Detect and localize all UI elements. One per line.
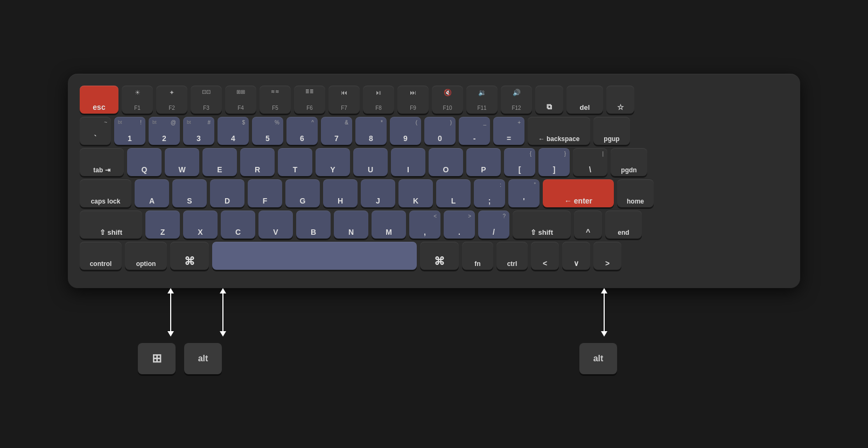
caps-row: caps lock A S D F G H J <box>80 179 788 207</box>
key-down[interactable]: ∨ <box>562 242 590 270</box>
key-left[interactable]: < <box>531 242 559 270</box>
key-backspace[interactable]: ← backspace <box>528 117 590 145</box>
key-p[interactable]: P <box>466 148 501 176</box>
key-j[interactable]: J <box>361 179 395 207</box>
key-5[interactable]: % 5 <box>252 117 283 145</box>
key-space[interactable] <box>212 242 417 270</box>
key-d[interactable]: D <box>210 179 244 207</box>
key-semicolon[interactable]: : ; <box>474 179 505 207</box>
key-9[interactable]: ( 9 <box>390 117 421 145</box>
key-m[interactable]: M <box>372 211 406 239</box>
key-equals[interactable]: + = <box>493 117 524 145</box>
annotation-key-alt-right: alt <box>579 343 617 374</box>
key-f7[interactable]: ⏮ F7 <box>328 86 360 114</box>
key-shift-left[interactable]: ⇧ shift <box>80 211 142 239</box>
key-f9[interactable]: ⏭ F9 <box>397 86 429 114</box>
key-caps[interactable]: caps lock <box>80 179 131 207</box>
key-7[interactable]: & 7 <box>321 117 352 145</box>
key-u[interactable]: U <box>353 148 388 176</box>
key-enter[interactable]: ← enter <box>543 179 614 207</box>
key-right[interactable]: > <box>593 242 621 270</box>
key-brightness[interactable]: ☆ <box>606 86 634 114</box>
key-e[interactable]: E <box>202 148 237 176</box>
key-shift-right[interactable]: ⇧ shift <box>513 211 571 239</box>
key-v[interactable]: V <box>258 211 293 239</box>
annotation-arrow-cmd-alt <box>220 288 226 337</box>
key-lbracket[interactable]: { [ <box>504 148 535 176</box>
key-cmd-right[interactable]: ⌘ <box>420 242 459 270</box>
key-a[interactable]: A <box>135 179 169 207</box>
key-fn[interactable]: fn <box>462 242 493 270</box>
annotations-area: ⊞ alt alt <box>68 288 800 374</box>
key-home[interactable]: home <box>617 179 654 207</box>
num-row: ~ ` bt ! 1 bt @ 2 bt # 3 $ 4 <box>80 117 788 145</box>
key-f12[interactable]: 🔊 F12 <box>501 86 532 114</box>
key-f4[interactable]: ⊞⊞ F4 <box>225 86 256 114</box>
key-q[interactable]: Q <box>127 148 162 176</box>
key-g[interactable]: G <box>285 179 320 207</box>
key-0[interactable]: ) 0 <box>424 117 456 145</box>
key-8[interactable]: * 8 <box>355 117 387 145</box>
key-up[interactable]: ^ <box>574 211 602 239</box>
key-x[interactable]: X <box>183 211 218 239</box>
key-z[interactable]: Z <box>145 211 180 239</box>
key-s[interactable]: S <box>172 179 207 207</box>
key-3[interactable]: bt # 3 <box>183 117 214 145</box>
key-f1[interactable]: ☀ F1 <box>122 86 153 114</box>
key-y[interactable]: Y <box>316 148 350 176</box>
key-r[interactable]: R <box>240 148 275 176</box>
key-del[interactable]: del <box>566 86 603 114</box>
key-f5[interactable]: ≋≋ F5 <box>260 86 291 114</box>
key-f6[interactable]: ≣≣ F6 <box>294 86 325 114</box>
key-t[interactable]: T <box>278 148 312 176</box>
key-c[interactable]: C <box>221 211 255 239</box>
annotation-key-win: ⊞ <box>138 343 176 374</box>
key-f2[interactable]: ✦ F2 <box>156 86 187 114</box>
key-backslash[interactable]: | \ <box>573 148 607 176</box>
key-n[interactable]: N <box>334 211 368 239</box>
key-option[interactable]: option <box>125 242 167 270</box>
key-w[interactable]: W <box>165 148 199 176</box>
annotation-arrow-cmd-right-alt <box>601 288 607 337</box>
key-k[interactable]: K <box>398 179 433 207</box>
keyboard: esc ☀ F1 ✦ F2 ⊡⊡ F3 ⊞⊞ F4 <box>68 74 800 288</box>
annotation-arrow-option-win <box>167 288 174 337</box>
key-b[interactable]: B <box>296 211 331 239</box>
key-cmd-left[interactable]: ⌘ <box>170 242 209 270</box>
key-end[interactable]: end <box>605 211 642 239</box>
keyboard-container: esc ☀ F1 ✦ F2 ⊡⊡ F3 ⊞⊞ F4 <box>57 63 811 385</box>
key-comma[interactable]: < , <box>409 211 440 239</box>
key-f3[interactable]: ⊡⊡ F3 <box>191 86 222 114</box>
key-l[interactable]: L <box>436 179 471 207</box>
key-pgup[interactable]: pgup <box>593 117 630 145</box>
shift-row: ⇧ shift Z X C V B N M < <box>80 211 788 239</box>
key-f10[interactable]: 🔇 F10 <box>432 86 463 114</box>
key-f[interactable]: F <box>248 179 282 207</box>
key-f11[interactable]: 🔉 F11 <box>466 86 498 114</box>
key-quote[interactable]: " ' <box>508 179 540 207</box>
key-f8[interactable]: ⏯ F8 <box>363 86 394 114</box>
key-slash[interactable]: ? / <box>478 211 509 239</box>
annotation-key-alt-right-wrap: alt <box>579 343 617 374</box>
key-rbracket[interactable]: } ] <box>538 148 570 176</box>
key-crop[interactable]: ⧉ <box>535 86 563 114</box>
tab-row: tab ⇥ Q W E R T Y U I <box>80 148 788 176</box>
key-o[interactable]: O <box>429 148 463 176</box>
key-control[interactable]: control <box>80 242 122 270</box>
annotation-key-alt-left: alt <box>184 343 222 374</box>
key-2[interactable]: bt @ 2 <box>149 117 180 145</box>
annotation-keys-row: ⊞ alt <box>138 343 222 374</box>
key-period[interactable]: > . <box>444 211 475 239</box>
key-tilde[interactable]: ~ ` <box>80 117 111 145</box>
key-pgdn[interactable]: pgdn <box>611 148 647 176</box>
key-tab[interactable]: tab ⇥ <box>80 148 124 176</box>
key-6[interactable]: ^ 6 <box>286 117 318 145</box>
key-4[interactable]: $ 4 <box>218 117 249 145</box>
key-esc[interactable]: esc <box>80 86 118 114</box>
fn-row: esc ☀ F1 ✦ F2 ⊡⊡ F3 ⊞⊞ F4 <box>80 86 788 114</box>
key-ctrl-right[interactable]: ctrl <box>496 242 528 270</box>
key-1[interactable]: bt ! 1 <box>114 117 145 145</box>
key-minus[interactable]: _ - <box>459 117 490 145</box>
key-h[interactable]: H <box>323 179 358 207</box>
key-i[interactable]: I <box>391 148 425 176</box>
